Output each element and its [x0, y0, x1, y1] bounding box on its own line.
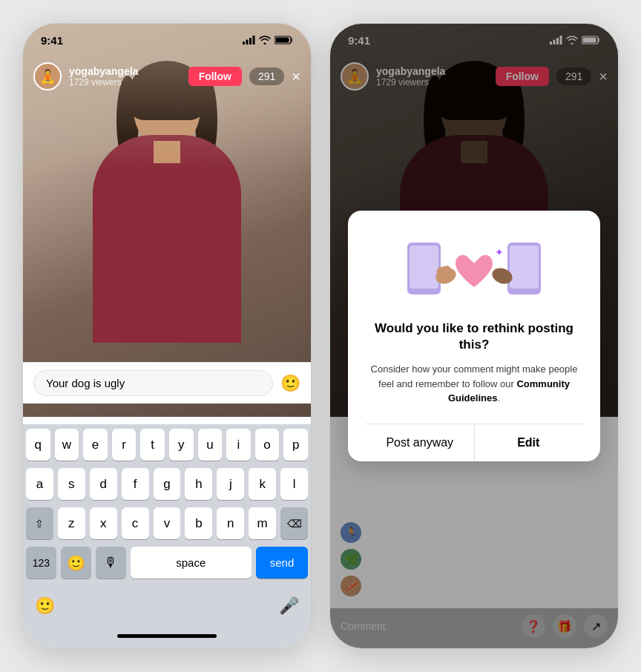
emoji-picker-button[interactable]: 🙂 [280, 374, 300, 393]
key-k[interactable]: k [249, 468, 276, 500]
key-l[interactable]: l [280, 468, 308, 500]
svg-rect-3 [253, 36, 255, 45]
avatar: 🧘 [33, 62, 62, 90]
dialog-overlay: ✦ Would you like to rethink posting this… [330, 24, 618, 648]
key-v[interactable]: v [154, 507, 181, 539]
key-i[interactable]: i [226, 429, 251, 461]
key-t[interactable]: t [140, 429, 165, 461]
rethink-dialog: ✦ Would you like to rethink posting this… [348, 211, 600, 461]
key-num[interactable]: 123 [26, 547, 56, 579]
illustration-svg: ✦ [400, 228, 548, 309]
svg-rect-13 [410, 246, 438, 289]
key-a[interactable]: a [26, 468, 53, 500]
key-space[interactable]: space [131, 547, 252, 579]
key-c[interactable]: c [122, 507, 149, 539]
key-f[interactable]: f [122, 468, 149, 500]
edit-button[interactable]: Edit [474, 424, 583, 461]
left-phone: 9:41 🧘 yogabyangela [22, 23, 312, 649]
status-bar: 9:41 [23, 24, 311, 56]
key-n[interactable]: n [217, 507, 244, 539]
key-mic[interactable]: 🎙 [96, 547, 126, 579]
key-g[interactable]: g [154, 468, 181, 500]
status-time: 9:41 [41, 34, 63, 47]
follow-button[interactable]: Follow [188, 67, 242, 86]
key-emoji[interactable]: 🙂 [61, 547, 91, 579]
comment-input-row: 🙂 [23, 362, 311, 403]
dialog-title: Would you like to rethink posting this? [366, 320, 582, 353]
key-s[interactable]: s [58, 468, 85, 500]
close-button[interactable]: × [292, 69, 300, 84]
key-j[interactable]: j [217, 468, 244, 500]
top-bar: 🧘 yogabyangela 1729 viewers Follow 291 × [23, 56, 311, 96]
key-b[interactable]: b [185, 507, 212, 539]
dialog-actions: Post anyway Edit [366, 424, 582, 461]
key-m[interactable]: m [249, 507, 276, 539]
key-d[interactable]: d [90, 468, 117, 500]
key-delete[interactable]: ⌫ [280, 507, 308, 539]
signal-icon [243, 36, 255, 45]
key-q[interactable]: q [26, 429, 50, 461]
key-r[interactable]: r [112, 429, 137, 461]
battery-icon [275, 36, 293, 45]
keyboard: q w e r t y u i o p a s d f g h j k l ⇧ … [23, 424, 311, 648]
keyboard-row-2: a s d f g h j k l [26, 468, 308, 500]
dialog-body: Consider how your comment might make peo… [366, 362, 582, 406]
mic-bottom-icon[interactable]: 🎤 [279, 596, 299, 616]
svg-rect-15 [510, 246, 539, 289]
svg-text:✦: ✦ [495, 246, 504, 258]
keyboard-row-4: 123 🙂 🎙 space send [26, 547, 308, 579]
home-indicator [117, 634, 217, 638]
keyboard-bottom-row: 🙂 🎤 [26, 586, 308, 623]
key-u[interactable]: u [198, 429, 223, 461]
emoji-face-icon[interactable]: 🙂 [35, 596, 55, 616]
key-x[interactable]: x [90, 507, 117, 539]
svg-rect-1 [246, 40, 249, 45]
keyboard-row-3: ⇧ z x c v b n m ⌫ [26, 507, 308, 539]
wifi-icon [259, 36, 271, 45]
key-z[interactable]: z [58, 507, 85, 539]
viewer-count-badge: 291 [249, 67, 284, 85]
svg-rect-2 [249, 38, 252, 45]
post-anyway-button[interactable]: Post anyway [366, 424, 474, 461]
keyboard-row-1: q w e r t y u i o p [26, 429, 308, 461]
key-o[interactable]: o [255, 429, 280, 461]
user-info: yogabyangela 1729 viewers [69, 65, 181, 88]
key-y[interactable]: y [169, 429, 194, 461]
svg-rect-5 [276, 38, 289, 43]
right-phone: 9:41 🧘 yogabyangela [329, 23, 619, 649]
viewers-count: 1729 viewers [69, 77, 181, 88]
key-send[interactable]: send [256, 547, 308, 579]
key-p[interactable]: p [283, 429, 308, 461]
key-w[interactable]: w [55, 429, 79, 461]
username: yogabyangela [69, 65, 181, 78]
status-icons [243, 36, 293, 45]
home-bar-area [26, 623, 308, 648]
key-shift[interactable]: ⇧ [26, 507, 53, 539]
key-h[interactable]: h [185, 468, 212, 500]
comment-input[interactable] [33, 370, 273, 396]
key-e[interactable]: e [83, 429, 108, 461]
svg-rect-0 [243, 42, 245, 45]
dialog-illustration: ✦ [366, 231, 582, 306]
